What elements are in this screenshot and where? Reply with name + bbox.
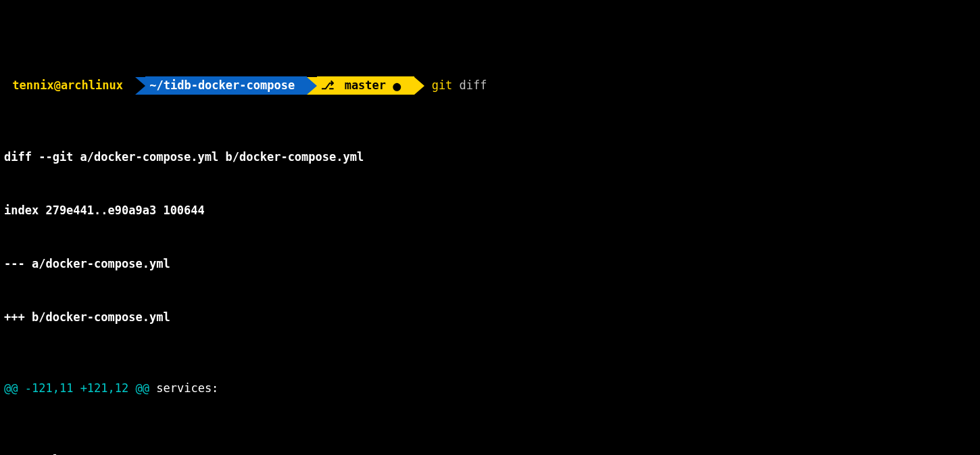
command-text: git diff: [424, 76, 487, 94]
diff-file-a: --- a/docker-compose.yml: [4, 255, 976, 272]
arrow-icon: [414, 77, 424, 95]
prompt-user: tennix@archlinux: [4, 76, 135, 94]
git-branch-icon: ⎇: [321, 76, 337, 94]
diff-context-line: volumes:: [4, 451, 976, 455]
prompt-path: ~/tidb-docker-compose: [145, 76, 307, 94]
prompt-line-1: tennix@archlinux ~/tidb-docker-compose ⎇…: [4, 76, 976, 94]
branch-name: master: [337, 76, 393, 94]
diff-hunk-header: @@ -121,11 +121,12 @@ services:: [4, 379, 976, 397]
terminal-output[interactable]: tennix@archlinux ~/tidb-docker-compose ⎇…: [0, 0, 980, 455]
diff-index: index 279e441..e90a9a3 100644: [4, 201, 976, 219]
diff-header: diff --git a/docker-compose.yml b/docker…: [4, 148, 976, 166]
prompt-branch: ⎇ master ●: [317, 76, 414, 94]
arrow-icon: [307, 77, 317, 95]
arrow-icon: [135, 77, 145, 95]
diff-file-b: +++ b/docker-compose.yml: [4, 308, 976, 326]
